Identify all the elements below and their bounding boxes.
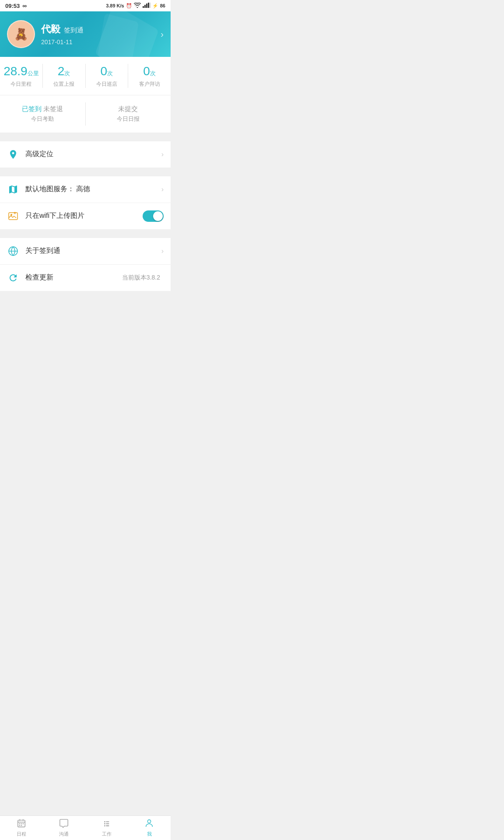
user-name: 代毅 <box>41 23 60 36</box>
svg-rect-2 <box>146 4 147 8</box>
attendance-report: 未提交 今日日报 <box>86 102 171 126</box>
status-bar: 09:53 ∞ 3.89 K/s ⏰ <box>0 0 171 11</box>
menu-item-about-title: 关于签到通 <box>25 246 161 256</box>
image-upload-icon <box>7 210 19 222</box>
svg-rect-1 <box>144 5 146 8</box>
attendance-checkin-label: 今日考勤 <box>4 115 82 123</box>
profile-header[interactable]: 🧸 代毅 签到通 2017-01-11 › <box>0 11 171 57</box>
divider-2 <box>0 172 171 176</box>
menu-item-location-arrow-icon: › <box>161 150 164 158</box>
menu-section-location: 高级定位 › <box>0 141 171 168</box>
status-left: 09:53 ∞ <box>5 2 27 9</box>
menu-item-wifi-upload-title: 只在wifi下上传图片 <box>25 211 143 220</box>
app-name: 签到通 <box>64 26 84 35</box>
svg-rect-3 <box>148 3 149 8</box>
wifi-upload-toggle[interactable] <box>143 210 164 222</box>
attendance-checkin: 已签到 未签退 今日考勤 <box>0 102 86 126</box>
menu-section-settings: 默认地图服务： 高德 › 只在wifi下上传图片 <box>0 176 171 229</box>
menu-item-update-title: 检查更新 <box>25 273 122 282</box>
stat-distance: 28.9公里 今日里程 <box>0 64 43 88</box>
stat-location-label: 位置上报 <box>46 80 82 88</box>
stat-distance-label: 今日里程 <box>4 80 39 88</box>
menu-item-map-title: 默认地图服务： 高德 <box>25 185 161 194</box>
svg-rect-0 <box>143 6 144 8</box>
wifi-icon <box>134 3 141 9</box>
user-date: 2017-01-11 <box>41 38 161 46</box>
location-icon <box>7 148 19 161</box>
menu-item-update-version: 当前版本3.8.2 <box>122 274 160 282</box>
attendance-section: 已签到 未签退 今日考勤 未提交 今日日报 <box>0 95 171 133</box>
charging-icon: ⚡ <box>152 3 158 9</box>
menu-item-location-title: 高级定位 <box>25 150 161 159</box>
user-info: 代毅 签到通 2017-01-11 <box>41 23 161 46</box>
svg-rect-4 <box>150 3 150 8</box>
menu-item-update[interactable]: 检查更新 当前版本3.8.2 <box>0 265 171 291</box>
attendance-report-label: 今日日报 <box>89 115 168 123</box>
menu-item-about[interactable]: 关于签到通 › <box>0 238 171 265</box>
divider-1 <box>0 137 171 141</box>
battery-level: 86 <box>160 3 165 8</box>
menu-item-about-arrow-icon: › <box>161 247 164 255</box>
attendance-checkin-status: 已签到 未签退 <box>4 105 82 113</box>
stat-location: 2次 位置上报 <box>43 64 86 88</box>
status-time: 09:53 <box>5 3 20 9</box>
menu-item-map[interactable]: 默认地图服务： 高德 › <box>0 176 171 203</box>
stat-visit-label: 客户拜访 <box>132 80 167 88</box>
menu-section-about: 关于签到通 › 检查更新 当前版本3.8.2 <box>0 238 171 291</box>
avatar-image: 🧸 <box>14 28 28 41</box>
map-icon <box>7 183 19 196</box>
clock-icon: ⏰ <box>126 3 132 9</box>
header-chevron-right-icon[interactable]: › <box>161 29 164 39</box>
stat-distance-value: 28.9公里 <box>4 64 39 79</box>
stat-patrol-label: 今日巡店 <box>89 80 125 88</box>
divider-3 <box>0 234 171 238</box>
menu-item-map-arrow-icon: › <box>161 186 164 193</box>
unsigned-status: 未签退 <box>43 105 63 112</box>
stat-location-value: 2次 <box>46 64 82 79</box>
infinity-icon: ∞ <box>22 2 27 9</box>
menu-item-wifi-upload[interactable]: 只在wifi下上传图片 <box>0 203 171 229</box>
avatar: 🧸 <box>7 20 35 48</box>
signed-status: 已签到 <box>22 105 42 112</box>
refresh-icon <box>7 272 19 284</box>
signal-icon <box>143 3 150 9</box>
menu-item-location[interactable]: 高级定位 › <box>0 141 171 168</box>
globe-icon <box>7 245 19 257</box>
attendance-report-status: 未提交 <box>89 105 168 113</box>
